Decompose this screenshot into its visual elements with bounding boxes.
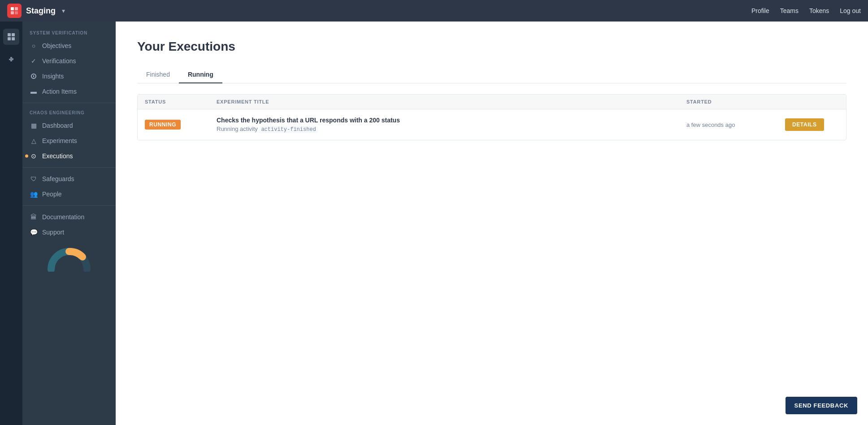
dashboard-icon: ▦: [30, 121, 38, 130]
svg-rect-6: [8, 37, 11, 40]
tabs: Finished Running: [137, 66, 846, 83]
sidebar-section-system-verification: System Verification: [22, 27, 116, 38]
sidebar-item-documentation[interactable]: 🏛 Documentation: [22, 209, 116, 225]
row-started-cell: a few seconds ago: [686, 121, 785, 129]
sidebar-item-verifications[interactable]: ✓ Verifications: [22, 53, 116, 69]
sidebar-item-dashboard[interactable]: ▦ Dashboard: [22, 118, 116, 133]
experiment-title: Checks the hypothesis that a URL respond…: [217, 117, 686, 124]
sidebar-item-executions[interactable]: ⊙ Executions: [22, 148, 116, 164]
sidebar-icon-col: [0, 22, 22, 425]
send-feedback-button[interactable]: SEND FEEDBACK: [786, 397, 857, 414]
tab-running[interactable]: Running: [179, 66, 222, 83]
sidebar-item-objectives-label: Objectives: [42, 42, 71, 49]
nav-teams-link[interactable]: Teams: [780, 7, 799, 14]
svg-rect-1: [15, 7, 18, 10]
started-text: a few seconds ago: [686, 121, 735, 128]
sidebar-divider-3: [22, 205, 116, 206]
row-action-cell: DETAILS: [785, 118, 839, 131]
action-items-icon: ▬: [30, 87, 38, 95]
svg-rect-7: [12, 37, 15, 40]
table-row: RUNNING Checks the hypothesis that a URL…: [138, 109, 846, 140]
svg-rect-2: [11, 11, 14, 14]
safeguards-icon: 🛡: [30, 175, 38, 183]
svg-rect-0: [11, 7, 14, 10]
sidebar-bottom-decoration: [22, 240, 116, 279]
sidebar-item-safeguards-label: Safeguards: [42, 175, 74, 182]
verifications-icon: ✓: [30, 57, 38, 65]
sidebar-divider-1: [22, 103, 116, 103]
top-nav-links: Profile Teams Tokens Log out: [751, 7, 861, 14]
experiment-subtitle-code: activity-finished: [259, 126, 317, 133]
sidebar-item-insights[interactable]: Insights: [22, 69, 116, 84]
sidebar-item-action-items-label: Action Items: [42, 88, 77, 95]
svg-rect-4: [8, 33, 11, 36]
sidebar-item-people[interactable]: 👥 People: [22, 186, 116, 202]
executions-dot: [25, 155, 28, 158]
support-icon: 💬: [30, 228, 38, 236]
nav-logout-link[interactable]: Log out: [840, 7, 861, 14]
header-status: Status: [145, 99, 217, 104]
documentation-icon: 🏛: [30, 213, 38, 221]
sidebar-item-experiments[interactable]: △ Experiments: [22, 133, 116, 148]
executions-icon: ⊙: [30, 152, 38, 160]
nav-tokens-link[interactable]: Tokens: [809, 7, 829, 14]
sidebar-item-support-label: Support: [42, 229, 64, 236]
sidebar-item-experiments-label: Experiments: [42, 137, 77, 144]
svg-rect-5: [12, 33, 15, 36]
top-nav: Staging ▾ Profile Teams Tokens Log out: [0, 0, 868, 22]
tab-finished[interactable]: Finished: [137, 66, 179, 83]
people-icon: 👥: [30, 190, 38, 198]
sidebar-item-support[interactable]: 💬 Support: [22, 225, 116, 240]
header-experiment-title: Experiment Title: [217, 99, 686, 104]
brand-name: Staging: [26, 6, 56, 16]
status-badge: RUNNING: [145, 120, 181, 130]
sidebar-item-documentation-label: Documentation: [42, 213, 84, 221]
page-title: Your Executions: [137, 39, 846, 54]
sidebar-item-safeguards[interactable]: 🛡 Safeguards: [22, 171, 116, 186]
sidebar-item-dashboard-label: Dashboard: [42, 122, 73, 129]
sidebar-icon-puzzle[interactable]: [3, 52, 19, 68]
sidebar: System Verification ○ Objectives ✓ Verif…: [0, 22, 116, 425]
main-content: Your Executions Finished Running Status …: [116, 22, 868, 425]
experiment-subtitle: Running activity activity-finished: [217, 126, 686, 133]
brand-logo: [7, 4, 22, 18]
sidebar-icon-home[interactable]: [3, 29, 19, 45]
sidebar-section-chaos-engineering: Chaos Engineering: [22, 107, 116, 118]
sidebar-item-action-items[interactable]: ▬ Action Items: [22, 84, 116, 99]
insights-icon: [30, 72, 38, 80]
sidebar-item-executions-label: Executions: [42, 152, 73, 160]
row-experiment-cell: Checks the hypothesis that a URL respond…: [217, 117, 686, 133]
sidebar-item-insights-label: Insights: [42, 73, 64, 80]
sidebar-item-objectives[interactable]: ○ Objectives: [22, 38, 116, 53]
row-status-cell: RUNNING: [145, 120, 217, 130]
svg-rect-3: [15, 11, 18, 14]
brand: Staging ▾: [7, 4, 123, 18]
experiments-icon: △: [30, 137, 38, 145]
sidebar-item-people-label: People: [42, 191, 62, 198]
table-header: Status Experiment Title Started: [138, 95, 846, 109]
sidebar-divider-2: [22, 167, 116, 168]
executions-table: Status Experiment Title Started RUNNING …: [137, 94, 846, 140]
objectives-icon: ○: [30, 42, 38, 50]
nav-profile-link[interactable]: Profile: [751, 7, 769, 14]
brand-chevron-icon[interactable]: ▾: [62, 7, 65, 14]
header-action: [785, 99, 839, 104]
app-layout: System Verification ○ Objectives ✓ Verif…: [0, 22, 868, 425]
sidebar-item-verifications-label: Verifications: [42, 57, 76, 65]
sidebar-main: System Verification ○ Objectives ✓ Verif…: [22, 22, 116, 425]
header-started: Started: [686, 99, 785, 104]
details-button[interactable]: DETAILS: [785, 118, 824, 131]
